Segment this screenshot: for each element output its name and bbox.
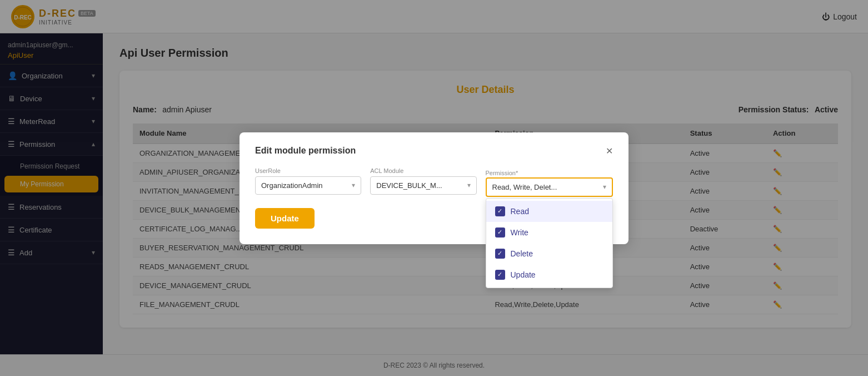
edit-permission-modal: Edit module permission ✕ UserRole Organi… [240,132,628,244]
dropdown-item-write[interactable]: ✓ Write [486,222,613,243]
modal-header: Edit module permission ✕ [255,146,613,156]
dropdown-label-write: Write [511,228,528,237]
chevron-down-icon: ▾ [603,183,606,191]
permission-dropdown-menu: ✓ Read ✓ Write ✓ Delete ✓ Update [486,198,613,288]
modal-overlay: Edit module permission ✕ UserRole Organi… [0,0,868,376]
permission-field-wrapper: Permission* Read, Write, Delet... ▾ ✓ Re… [486,167,613,197]
userrole-select[interactable]: OrganizationAdmin ▾ [255,176,361,195]
userrole-label: UserRole [255,167,361,174]
permission-select[interactable]: Read, Write, Delet... ▾ [486,177,613,197]
modal-close-button[interactable]: ✕ [606,146,613,156]
checkbox-read: ✓ [495,206,505,216]
acl-module-value: DEVICE_BULK_M... [376,181,442,190]
dropdown-item-delete[interactable]: ✓ Delete [486,243,613,264]
dropdown-item-update[interactable]: ✓ Update [486,264,613,285]
acl-module-label: ACL Module [370,167,476,174]
dropdown-label-delete: Delete [511,249,533,258]
userrole-field-group: UserRole OrganizationAdmin ▾ [255,167,361,195]
update-button[interactable]: Update [255,208,315,229]
checkbox-write: ✓ [495,227,505,238]
dropdown-label-read: Read [511,207,529,216]
chevron-down-icon: ▾ [352,181,355,189]
checkbox-update: ✓ [495,270,505,280]
permission-value: Read, Write, Delet... [492,183,557,191]
dropdown-label-update: Update [511,270,536,279]
chevron-down-icon: ▾ [467,181,471,189]
modal-fields: UserRole OrganizationAdmin ▾ ACL Module … [255,167,613,197]
checkbox-delete: ✓ [495,249,505,259]
permission-label: Permission* [486,170,518,176]
acl-module-field-group: ACL Module DEVICE_BULK_M... ▾ [370,167,476,195]
userrole-value: OrganizationAdmin [261,181,323,190]
dropdown-item-read[interactable]: ✓ Read [486,201,613,222]
acl-module-select[interactable]: DEVICE_BULK_M... ▾ [370,176,476,195]
modal-title: Edit module permission [255,146,356,156]
